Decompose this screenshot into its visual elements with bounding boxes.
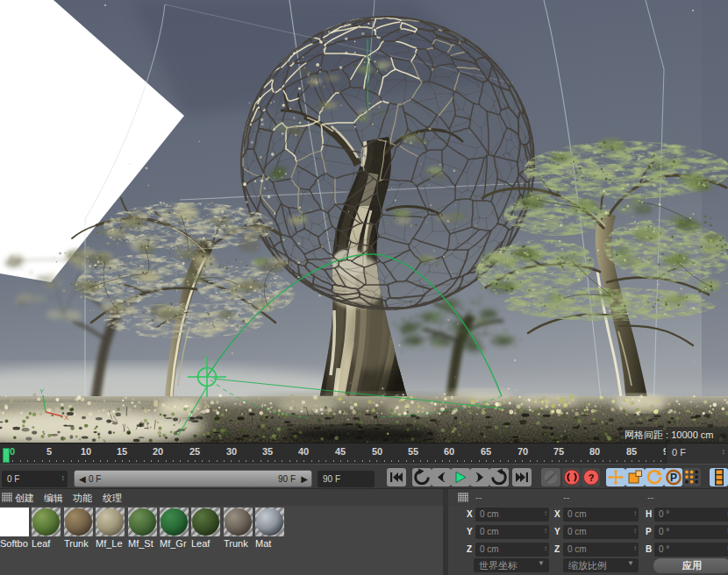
svg-text:?: ? <box>589 472 595 483</box>
svg-text:P: P <box>670 472 677 484</box>
svg-text:Y: Y <box>39 387 45 395</box>
svg-text:X: X <box>64 414 69 422</box>
svg-text:网格间距 : 10000 cm: 网格间距 : 10000 cm <box>625 429 713 440</box>
